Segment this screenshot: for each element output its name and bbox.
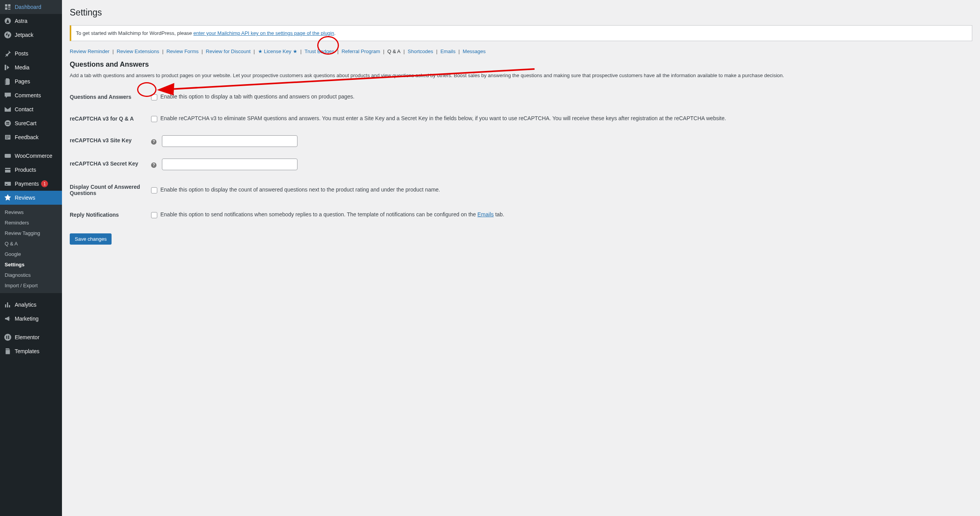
elementor-icon [4,333,12,341]
sidebar-badge: 1 [41,180,48,187]
sidebar-item-label: Jetpack [15,32,33,38]
tab-review-forms[interactable]: Review Forms [167,48,199,54]
submenu-item-reminders[interactable]: Reminders [0,217,62,228]
notice-banner: To get started with Mailchimp for WordPr… [70,25,972,41]
row-label-recaptcha: reCAPTCHA v3 for Q & A [70,108,147,129]
sidebar-item-label: WooCommerce [15,153,52,159]
tab-review-extensions[interactable]: Review Extensions [117,48,159,54]
sidebar-item-contact[interactable]: Contact [0,102,62,116]
checkbox-row-count[interactable]: Enable this option to display the count … [151,186,968,193]
submenu-item-reviews[interactable]: Reviews [0,207,62,217]
submenu-item-settings[interactable]: Settings [0,259,62,270]
sidebar-item-media[interactable]: Media [0,60,62,74]
tab-separator: | [457,48,461,54]
help-icon[interactable]: ? [151,162,156,168]
submenu-item-review-tagging[interactable]: Review Tagging [0,228,62,238]
sidebar-item-label: Products [15,167,36,173]
checkbox-text-count: Enable this option to display the count … [160,186,440,193]
dashboard-icon [4,3,12,11]
tab--license-key-[interactable]: ★ License Key ★ [258,48,297,54]
tab-separator: | [111,48,115,54]
input-site-key[interactable] [162,135,297,147]
submenu-item-google[interactable]: Google [0,249,62,259]
sidebar-item-feedback[interactable]: Feedback [0,130,62,144]
checkbox-qa[interactable] [151,94,157,100]
tab-emails[interactable]: Emails [440,48,456,54]
tab-messages[interactable]: Messages [463,48,486,54]
sidebar-item-products[interactable]: Products [0,163,62,177]
woo-icon [4,152,12,160]
row-label-site-key: reCAPTCHA v3 Site Key [70,129,147,153]
sidebar-submenu: ReviewsRemindersReview TaggingQ & AGoogl… [0,205,62,293]
checkbox-recaptcha[interactable] [151,116,157,122]
sidebar-item-label: Dashboard [15,4,41,10]
sidebar-item-marketing[interactable]: Marketing [0,312,62,326]
tab-shortcodes[interactable]: Shortcodes [408,48,433,54]
settings-form-table: Questions and Answers Enable this option… [70,86,972,226]
sidebar-item-jetpack[interactable]: Jetpack [0,28,62,42]
checkbox-count[interactable] [151,187,157,193]
submenu-item-import-export[interactable]: Import / Export [0,280,62,291]
sidebar-item-analytics[interactable]: Analytics [0,298,62,312]
sidebar-item-label: Media [15,64,29,71]
sidebar-item-label: Comments [15,92,41,98]
sidebar-item-woocommerce[interactable]: WooCommerce [0,149,62,163]
tab-q-a[interactable]: Q & A [387,48,401,54]
row-label-reply: Reply Notifications [70,204,147,226]
checkbox-row-recaptcha[interactable]: Enable reCAPTCHA v3 to eliminate SPAM qu… [151,115,968,122]
sidebar-item-posts[interactable]: Posts [0,47,62,60]
main-content: Settings To get started with Mailchimp f… [62,0,980,516]
megaphone-icon [4,315,12,323]
tab-review-for-discount[interactable]: Review for Discount [206,48,251,54]
notice-text-suffix: . [334,30,336,36]
sidebar-item-payments[interactable]: Payments1 [0,177,62,191]
comments-icon [4,91,12,99]
tab-trust-badges[interactable]: Trust Badges [304,48,334,54]
checkbox-row-reply[interactable]: Enable this option to send notifications… [151,211,968,218]
feedback-icon [4,133,12,141]
checkbox-text-recaptcha: Enable reCAPTCHA v3 to eliminate SPAM qu… [160,115,726,121]
sidebar-item-pages[interactable]: Pages [0,74,62,88]
tab-separator: | [435,48,439,54]
tab-review-reminder[interactable]: Review Reminder [70,48,110,54]
tab-separator: | [299,48,303,54]
checkbox-row-qa[interactable]: Enable this option to display a tab with… [151,93,968,100]
tab-separator: | [161,48,165,54]
payments-icon [4,180,12,188]
sidebar-item-label: Marketing [15,316,38,322]
tab-separator: | [402,48,406,54]
sidebar-item-dashboard[interactable]: Dashboard [0,0,62,14]
sidebar-item-label: Contact [15,106,33,112]
input-secret-key[interactable] [162,159,297,170]
sidebar-item-templates[interactable]: Templates [0,344,62,358]
jetpack-icon [4,31,12,39]
pin-icon [4,50,12,57]
products-icon [4,166,12,174]
sidebar-item-reviews[interactable]: Reviews [0,191,62,205]
svg-point-1 [4,31,11,38]
media-icon [4,64,12,71]
analytics-icon [4,301,12,309]
pages-icon [4,78,12,85]
row-label-secret-key: reCAPTCHA v3 Secret Key [70,153,147,176]
tab-referral-program[interactable]: Referral Program [342,48,380,54]
sidebar-item-astra[interactable]: Astra [0,14,62,28]
submenu-item-diagnostics[interactable]: Diagnostics [0,270,62,280]
svg-rect-5 [5,182,11,186]
notice-link[interactable]: enter your Mailchimp API key on the sett… [193,30,334,36]
sidebar-item-surecart[interactable]: SureCart [0,116,62,130]
checkbox-reply[interactable] [151,212,157,218]
save-button[interactable]: Save changes [70,233,112,245]
emails-link[interactable]: Emails [478,211,494,217]
row-label-qa: Questions and Answers [70,86,147,108]
sidebar-item-elementor[interactable]: Elementor [0,330,62,344]
sidebar-item-comments[interactable]: Comments [0,88,62,102]
sidebar-item-label: Feedback [15,134,38,140]
sidebar-item-label: Posts [15,50,28,57]
submenu-item-q-a[interactable]: Q & A [0,238,62,249]
help-icon[interactable]: ? [151,139,156,145]
tab-separator: | [336,48,340,54]
sidebar-item-label: Templates [15,348,40,354]
star-icon [4,194,12,202]
page-title: Settings [70,4,972,19]
